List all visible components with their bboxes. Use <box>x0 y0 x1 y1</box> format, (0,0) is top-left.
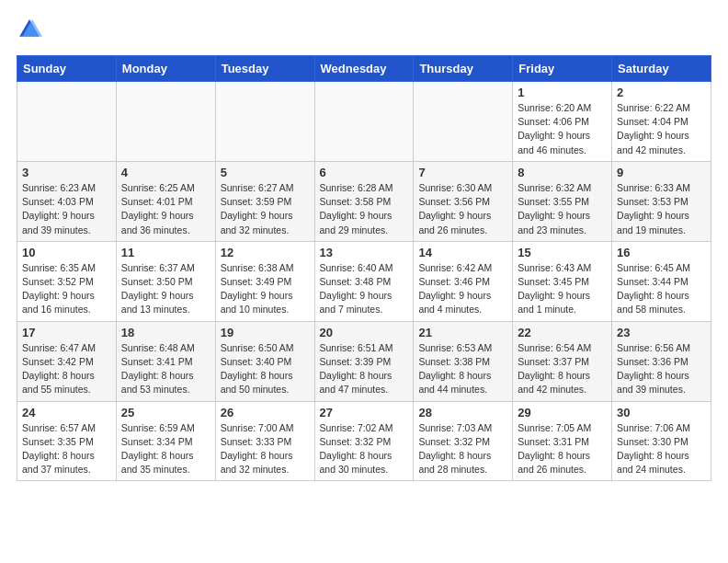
day-number: 28 <box>418 406 507 419</box>
day-info: Sunrise: 6:57 AM Sunset: 3:35 PM Dayligh… <box>22 421 111 477</box>
calendar-cell <box>17 82 117 162</box>
day-number: 9 <box>617 166 706 179</box>
day-number: 10 <box>22 246 111 259</box>
day-number: 12 <box>221 246 310 259</box>
day-info: Sunrise: 6:56 AM Sunset: 3:36 PM Dayligh… <box>617 341 706 397</box>
day-info: Sunrise: 6:22 AM Sunset: 4:04 PM Dayligh… <box>617 101 706 157</box>
calendar-cell: 7Sunrise: 6:30 AM Sunset: 3:56 PM Daylig… <box>414 161 513 241</box>
calendar-week-row: 1Sunrise: 6:20 AM Sunset: 4:06 PM Daylig… <box>17 82 711 162</box>
calendar-header-sunday: Sunday <box>17 56 117 82</box>
calendar-cell: 28Sunrise: 7:03 AM Sunset: 3:32 PM Dayli… <box>414 401 513 481</box>
day-info: Sunrise: 6:32 AM Sunset: 3:55 PM Dayligh… <box>518 181 607 237</box>
calendar-header-row: SundayMondayTuesdayWednesdayThursdayFrid… <box>17 56 711 82</box>
day-info: Sunrise: 6:37 AM Sunset: 3:50 PM Dayligh… <box>121 261 210 317</box>
day-number: 30 <box>617 406 706 419</box>
page: SundayMondayTuesdayWednesdayThursdayFrid… <box>0 0 728 490</box>
calendar-header-tuesday: Tuesday <box>215 56 314 82</box>
calendar-cell: 29Sunrise: 7:05 AM Sunset: 3:31 PM Dayli… <box>513 401 612 481</box>
calendar-cell: 9Sunrise: 6:33 AM Sunset: 3:53 PM Daylig… <box>612 161 711 241</box>
calendar-header-friday: Friday <box>513 56 612 82</box>
day-number: 2 <box>617 86 706 99</box>
day-number: 7 <box>418 166 507 179</box>
day-info: Sunrise: 6:45 AM Sunset: 3:44 PM Dayligh… <box>617 261 706 317</box>
calendar-cell: 16Sunrise: 6:45 AM Sunset: 3:44 PM Dayli… <box>612 241 711 321</box>
day-number: 18 <box>121 326 210 339</box>
logo <box>17 17 46 42</box>
day-number: 13 <box>320 246 409 259</box>
day-info: Sunrise: 6:35 AM Sunset: 3:52 PM Dayligh… <box>22 261 111 317</box>
day-number: 3 <box>22 166 111 179</box>
calendar-cell: 2Sunrise: 6:22 AM Sunset: 4:04 PM Daylig… <box>612 82 711 162</box>
calendar-cell: 30Sunrise: 7:06 AM Sunset: 3:30 PM Dayli… <box>612 401 711 481</box>
calendar-cell: 1Sunrise: 6:20 AM Sunset: 4:06 PM Daylig… <box>513 82 612 162</box>
day-number: 4 <box>121 166 210 179</box>
day-info: Sunrise: 6:40 AM Sunset: 3:48 PM Dayligh… <box>320 261 409 317</box>
day-info: Sunrise: 7:02 AM Sunset: 3:32 PM Dayligh… <box>320 421 409 477</box>
calendar-week-row: 3Sunrise: 6:23 AM Sunset: 4:03 PM Daylig… <box>17 161 711 241</box>
calendar-cell <box>414 82 513 162</box>
calendar-header-monday: Monday <box>116 56 215 82</box>
calendar-cell <box>215 82 314 162</box>
calendar-cell <box>314 82 414 162</box>
calendar-cell: 17Sunrise: 6:47 AM Sunset: 3:42 PM Dayli… <box>17 321 117 401</box>
day-number: 11 <box>121 246 210 259</box>
day-info: Sunrise: 6:47 AM Sunset: 3:42 PM Dayligh… <box>22 341 111 397</box>
day-info: Sunrise: 6:33 AM Sunset: 3:53 PM Dayligh… <box>617 181 706 237</box>
day-number: 17 <box>22 326 111 339</box>
calendar-cell: 14Sunrise: 6:42 AM Sunset: 3:46 PM Dayli… <box>414 241 513 321</box>
day-info: Sunrise: 6:48 AM Sunset: 3:41 PM Dayligh… <box>121 341 210 397</box>
calendar: SundayMondayTuesdayWednesdayThursdayFrid… <box>17 55 711 481</box>
day-number: 25 <box>121 406 210 419</box>
day-info: Sunrise: 6:20 AM Sunset: 4:06 PM Dayligh… <box>518 101 607 157</box>
day-number: 5 <box>221 166 310 179</box>
calendar-cell: 4Sunrise: 6:25 AM Sunset: 4:01 PM Daylig… <box>116 161 215 241</box>
day-number: 8 <box>518 166 607 179</box>
calendar-cell: 10Sunrise: 6:35 AM Sunset: 3:52 PM Dayli… <box>17 241 117 321</box>
calendar-cell: 15Sunrise: 6:43 AM Sunset: 3:45 PM Dayli… <box>513 241 612 321</box>
calendar-cell: 5Sunrise: 6:27 AM Sunset: 3:59 PM Daylig… <box>215 161 314 241</box>
day-info: Sunrise: 6:59 AM Sunset: 3:34 PM Dayligh… <box>121 421 210 477</box>
calendar-cell: 22Sunrise: 6:54 AM Sunset: 3:37 PM Dayli… <box>513 321 612 401</box>
day-info: Sunrise: 6:43 AM Sunset: 3:45 PM Dayligh… <box>518 261 607 317</box>
day-number: 1 <box>518 86 607 99</box>
calendar-header-wednesday: Wednesday <box>314 56 414 82</box>
calendar-cell: 13Sunrise: 6:40 AM Sunset: 3:48 PM Dayli… <box>314 241 414 321</box>
day-number: 23 <box>617 326 706 339</box>
day-info: Sunrise: 7:05 AM Sunset: 3:31 PM Dayligh… <box>518 421 607 477</box>
day-info: Sunrise: 6:30 AM Sunset: 3:56 PM Dayligh… <box>418 181 507 237</box>
calendar-cell: 25Sunrise: 6:59 AM Sunset: 3:34 PM Dayli… <box>116 401 215 481</box>
day-number: 16 <box>617 246 706 259</box>
calendar-cell: 20Sunrise: 6:51 AM Sunset: 3:39 PM Dayli… <box>314 321 414 401</box>
day-info: Sunrise: 7:06 AM Sunset: 3:30 PM Dayligh… <box>617 421 706 477</box>
day-number: 19 <box>221 326 310 339</box>
day-number: 24 <box>22 406 111 419</box>
day-info: Sunrise: 6:51 AM Sunset: 3:39 PM Dayligh… <box>320 341 409 397</box>
day-info: Sunrise: 6:53 AM Sunset: 3:38 PM Dayligh… <box>418 341 507 397</box>
day-info: Sunrise: 6:42 AM Sunset: 3:46 PM Dayligh… <box>418 261 507 317</box>
day-number: 26 <box>221 406 310 419</box>
day-info: Sunrise: 6:27 AM Sunset: 3:59 PM Dayligh… <box>221 181 310 237</box>
day-info: Sunrise: 6:50 AM Sunset: 3:40 PM Dayligh… <box>221 341 310 397</box>
calendar-cell: 3Sunrise: 6:23 AM Sunset: 4:03 PM Daylig… <box>17 161 117 241</box>
header <box>17 17 711 42</box>
calendar-week-row: 10Sunrise: 6:35 AM Sunset: 3:52 PM Dayli… <box>17 241 711 321</box>
day-number: 14 <box>418 246 507 259</box>
calendar-week-row: 24Sunrise: 6:57 AM Sunset: 3:35 PM Dayli… <box>17 401 711 481</box>
day-number: 15 <box>518 246 607 259</box>
calendar-cell: 11Sunrise: 6:37 AM Sunset: 3:50 PM Dayli… <box>116 241 215 321</box>
day-info: Sunrise: 7:03 AM Sunset: 3:32 PM Dayligh… <box>418 421 507 477</box>
calendar-cell: 8Sunrise: 6:32 AM Sunset: 3:55 PM Daylig… <box>513 161 612 241</box>
day-number: 6 <box>320 166 409 179</box>
day-number: 29 <box>518 406 607 419</box>
day-info: Sunrise: 7:00 AM Sunset: 3:33 PM Dayligh… <box>221 421 310 477</box>
calendar-cell: 6Sunrise: 6:28 AM Sunset: 3:58 PM Daylig… <box>314 161 414 241</box>
day-info: Sunrise: 6:54 AM Sunset: 3:37 PM Dayligh… <box>518 341 607 397</box>
calendar-header-thursday: Thursday <box>414 56 513 82</box>
calendar-cell: 18Sunrise: 6:48 AM Sunset: 3:41 PM Dayli… <box>116 321 215 401</box>
calendar-cell: 26Sunrise: 7:00 AM Sunset: 3:33 PM Dayli… <box>215 401 314 481</box>
day-number: 27 <box>320 406 409 419</box>
day-info: Sunrise: 6:28 AM Sunset: 3:58 PM Dayligh… <box>320 181 409 237</box>
calendar-header-saturday: Saturday <box>612 56 711 82</box>
day-number: 22 <box>518 326 607 339</box>
day-info: Sunrise: 6:23 AM Sunset: 4:03 PM Dayligh… <box>22 181 111 237</box>
